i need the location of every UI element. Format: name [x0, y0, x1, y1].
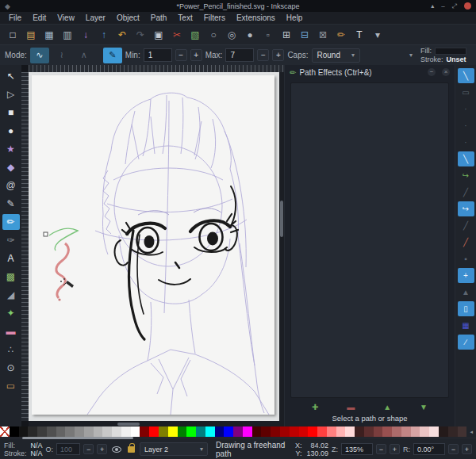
- snap-object-centers[interactable]: +: [458, 268, 474, 283]
- palette-swatch-2[interactable]: [19, 426, 29, 437]
- layer-dropdown[interactable]: Layer 2 ▾: [140, 442, 208, 456]
- tool-pencil-freehand[interactable]: ✏: [2, 214, 20, 230]
- palette-swatch-32[interactable]: [299, 426, 309, 437]
- document-page[interactable]: [32, 75, 274, 415]
- menu-filters[interactable]: Filters: [198, 13, 231, 23]
- palette-swatch-42[interactable]: [392, 426, 401, 437]
- palette-swatch-8[interactable]: [75, 426, 84, 437]
- palette-swatch-45[interactable]: [420, 426, 429, 437]
- tool-options-overflow-button[interactable]: ▾: [409, 52, 413, 59]
- min-decrease-button[interactable]: −: [175, 49, 187, 61]
- import-button[interactable]: ↓: [77, 27, 94, 43]
- palette-swatch-15[interactable]: [140, 426, 149, 437]
- tool-selector[interactable]: ↖: [2, 68, 20, 84]
- palette-swatch-1[interactable]: [10, 426, 19, 437]
- tool-calligraphy[interactable]: ✑: [2, 232, 20, 248]
- palette-swatch-40[interactable]: [374, 426, 383, 437]
- snap-bbox-edges[interactable]: ·: [458, 101, 474, 117]
- menu-file[interactable]: File: [3, 13, 27, 23]
- menu-edit[interactable]: Edit: [27, 13, 52, 23]
- palette-swatch-23[interactable]: [215, 426, 225, 437]
- palette-swatch-39[interactable]: [364, 426, 374, 437]
- snap-paths[interactable]: ↪: [458, 168, 474, 183]
- snap-bbox-corners[interactable]: ·: [458, 118, 474, 133]
- zoom-increase-button[interactable]: +: [390, 444, 400, 454]
- palette-swatch-44[interactable]: [411, 426, 420, 437]
- palette-swatch-46[interactable]: [429, 426, 439, 437]
- vertical-scrollbar-thumb[interactable]: [280, 201, 283, 237]
- palette-swatch-48[interactable]: [448, 426, 458, 437]
- tool-ellipse[interactable]: ●: [2, 123, 20, 139]
- opacity-decrease-button[interactable]: −: [83, 444, 94, 454]
- palette-swatch-16[interactable]: [149, 426, 159, 437]
- palette-swatch-7[interactable]: [65, 426, 75, 437]
- tool-connector[interactable]: ∴: [2, 342, 20, 358]
- panel-close-button[interactable]: ×: [442, 68, 450, 76]
- snap-bbox-midpoints[interactable]: ·: [458, 135, 474, 150]
- snap-guides[interactable]: ∕: [458, 335, 474, 350]
- vertical-scrollbar[interactable]: [279, 72, 284, 421]
- zoom-selection-button[interactable]: ○: [205, 27, 222, 43]
- max-increase-button[interactable]: +: [272, 49, 284, 61]
- palette-swatch-3[interactable]: [28, 426, 37, 437]
- new-document-button[interactable]: □: [4, 27, 21, 43]
- tool-tweak[interactable]: ◢: [2, 287, 20, 303]
- save-button[interactable]: ▦: [40, 27, 58, 43]
- snap-cusp-nodes[interactable]: ↪: [458, 201, 474, 216]
- palette-swatch-none[interactable]: [0, 426, 10, 437]
- zoom-drawing-button[interactable]: ◎: [223, 27, 240, 43]
- palette-swatch-36[interactable]: [336, 426, 346, 437]
- panel-iconify-button[interactable]: −: [428, 68, 436, 76]
- palette-swatch-41[interactable]: [382, 426, 392, 437]
- clone-button[interactable]: ⊟: [296, 27, 313, 43]
- snap-line-midpoints[interactable]: ╱: [458, 235, 474, 250]
- palette-swatch-14[interactable]: [131, 426, 140, 437]
- palette-swatch-19[interactable]: [178, 426, 187, 437]
- add-path-effect-button[interactable]: ✚: [312, 403, 318, 411]
- tool-node-editor[interactable]: ▷: [2, 86, 20, 102]
- palette-swatch-12[interactable]: [112, 426, 121, 437]
- tool-dropper[interactable]: ✦: [2, 305, 20, 321]
- menu-view[interactable]: View: [52, 13, 80, 23]
- open-document-button[interactable]: ▤: [22, 27, 40, 43]
- menu-text[interactable]: Text: [172, 13, 198, 23]
- horizontal-ruler[interactable]: [29, 65, 284, 72]
- use-pressure-toggle[interactable]: ✎: [103, 48, 122, 63]
- palette-swatch-28[interactable]: [261, 426, 271, 437]
- palette-swatch-9[interactable]: [84, 426, 94, 437]
- maximize-button[interactable]: ⤢: [452, 3, 457, 10]
- rotation-input[interactable]: 0.00°: [413, 443, 445, 455]
- palette-swatch-38[interactable]: [355, 426, 364, 437]
- fill-stroke-dialog-button[interactable]: ✏: [332, 27, 350, 43]
- layer-lock-icon[interactable]: [128, 446, 135, 453]
- move-effect-down-button[interactable]: ▼: [420, 403, 428, 411]
- palette-swatch-37[interactable]: [345, 426, 355, 437]
- palette-swatch-33[interactable]: [308, 426, 317, 437]
- menu-layer[interactable]: Layer: [80, 13, 111, 23]
- pencil-mode-straight-button[interactable]: ∧: [75, 48, 94, 63]
- snap-master-toggle[interactable]: ╲: [458, 68, 474, 83]
- menu-path[interactable]: Path: [145, 13, 173, 23]
- palette-swatch-24[interactable]: [224, 426, 233, 437]
- zoom-decrease-button[interactable]: −: [376, 444, 386, 454]
- undo-button[interactable]: ↶: [113, 27, 131, 43]
- snap-smooth-nodes[interactable]: ╱: [458, 218, 474, 233]
- tool-star[interactable]: ★: [2, 141, 20, 157]
- palette-swatch-4[interactable]: [37, 426, 47, 437]
- palette-swatch-25[interactable]: [233, 426, 243, 437]
- menu-extensions[interactable]: Extensions: [231, 13, 281, 23]
- palette-swatch-18[interactable]: [168, 426, 178, 437]
- vertical-ruler[interactable]: [21, 72, 29, 421]
- export-button[interactable]: ↑: [95, 27, 113, 43]
- copy-button[interactable]: ▣: [150, 27, 167, 43]
- palette-swatch-21[interactable]: [196, 426, 205, 437]
- cut-button[interactable]: ✂: [168, 27, 186, 43]
- snap-bounding-box[interactable]: ▭: [458, 85, 474, 100]
- keep-above-icon[interactable]: ▴: [431, 3, 434, 10]
- min-increase-button[interactable]: +: [190, 49, 202, 61]
- rotation-increase-button[interactable]: +: [462, 444, 472, 454]
- snap-nodes[interactable]: ╲: [458, 151, 474, 166]
- rotation-decrease-button[interactable]: −: [448, 444, 459, 454]
- palette-swatch-27[interactable]: [252, 426, 262, 437]
- palette-swatch-26[interactable]: [243, 426, 252, 437]
